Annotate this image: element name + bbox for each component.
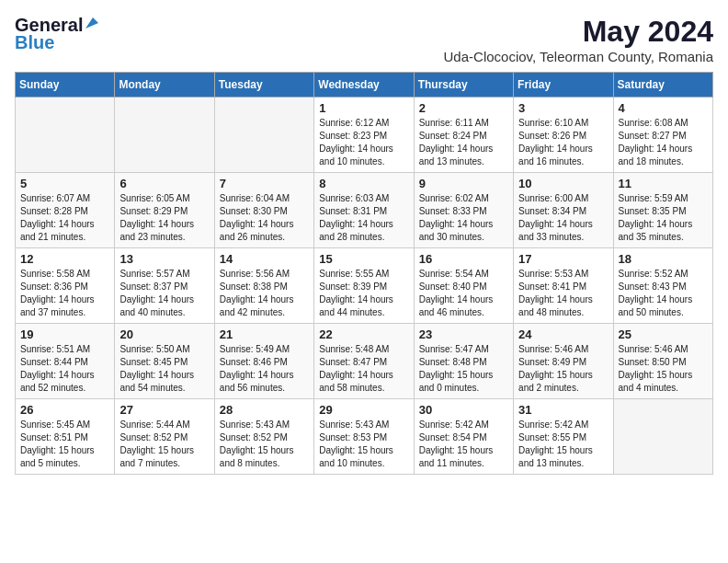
day-info: Sunrise: 5:44 AMSunset: 8:52 PMDaylight:…: [119, 419, 209, 470]
day-cell: 16Sunrise: 5:54 AMSunset: 8:40 PMDayligh…: [414, 248, 513, 324]
day-info: Sunrise: 5:51 AMSunset: 8:44 PMDaylight:…: [20, 343, 109, 395]
day-header-sunday: Sunday: [16, 73, 115, 98]
day-cell: 7Sunrise: 6:04 AMSunset: 8:30 PMDaylight…: [214, 173, 313, 248]
logo: General Blue: [15, 15, 100, 53]
day-cell: [613, 399, 712, 475]
day-cell: [115, 98, 214, 173]
day-cell: 18Sunrise: 5:52 AMSunset: 8:43 PMDayligh…: [613, 248, 712, 324]
day-header-friday: Friday: [514, 73, 613, 98]
day-info: Sunrise: 6:08 AMSunset: 8:27 PMDaylight:…: [619, 117, 708, 168]
day-info: Sunrise: 5:42 AMSunset: 8:54 PMDaylight:…: [419, 419, 508, 470]
day-info: Sunrise: 5:59 AMSunset: 8:35 PMDaylight:…: [619, 192, 708, 244]
day-number: 25: [619, 327, 708, 341]
week-row-5: 26Sunrise: 5:45 AMSunset: 8:51 PMDayligh…: [16, 399, 713, 475]
day-header-thursday: Thursday: [414, 73, 513, 98]
day-cell: [16, 98, 115, 173]
day-info: Sunrise: 5:45 AMSunset: 8:51 PMDaylight:…: [20, 419, 109, 470]
day-header-tuesday: Tuesday: [214, 73, 313, 98]
day-header-saturday: Saturday: [613, 73, 712, 98]
day-number: 1: [319, 101, 408, 115]
day-cell: 22Sunrise: 5:48 AMSunset: 8:47 PMDayligh…: [314, 324, 414, 399]
day-header-monday: Monday: [115, 73, 214, 98]
day-info: Sunrise: 5:55 AMSunset: 8:39 PMDaylight:…: [319, 268, 408, 319]
day-number: 11: [619, 177, 708, 190]
day-number: 13: [119, 252, 209, 266]
day-cell: 2Sunrise: 6:11 AMSunset: 8:24 PMDaylight…: [414, 98, 513, 173]
day-info: Sunrise: 5:43 AMSunset: 8:52 PMDaylight:…: [220, 419, 309, 470]
day-cell: 12Sunrise: 5:58 AMSunset: 8:36 PMDayligh…: [16, 248, 115, 324]
day-cell: 10Sunrise: 6:00 AMSunset: 8:34 PMDayligh…: [514, 173, 613, 248]
day-number: 21: [220, 327, 309, 341]
day-cell: 24Sunrise: 5:46 AMSunset: 8:49 PMDayligh…: [514, 324, 613, 399]
day-number: 30: [419, 403, 508, 417]
day-info: Sunrise: 5:49 AMSunset: 8:46 PMDaylight:…: [220, 343, 309, 395]
day-cell: 9Sunrise: 6:02 AMSunset: 8:33 PMDaylight…: [414, 173, 513, 248]
day-info: Sunrise: 5:47 AMSunset: 8:48 PMDaylight:…: [419, 343, 508, 395]
day-cell: 25Sunrise: 5:46 AMSunset: 8:50 PMDayligh…: [613, 324, 712, 399]
day-info: Sunrise: 5:53 AMSunset: 8:41 PMDaylight:…: [518, 268, 608, 319]
day-number: 31: [518, 403, 608, 417]
day-info: Sunrise: 6:12 AMSunset: 8:23 PMDaylight:…: [319, 117, 408, 168]
day-info: Sunrise: 6:03 AMSunset: 8:31 PMDaylight:…: [319, 192, 408, 244]
month-year: May 2024: [444, 15, 713, 49]
day-number: 27: [119, 403, 209, 417]
day-cell: 11Sunrise: 5:59 AMSunset: 8:35 PMDayligh…: [613, 173, 712, 248]
day-info: Sunrise: 5:46 AMSunset: 8:50 PMDaylight:…: [619, 343, 708, 395]
day-number: 3: [518, 101, 608, 115]
day-cell: 23Sunrise: 5:47 AMSunset: 8:48 PMDayligh…: [414, 324, 513, 399]
day-cell: 27Sunrise: 5:44 AMSunset: 8:52 PMDayligh…: [115, 399, 214, 475]
day-cell: 6Sunrise: 6:05 AMSunset: 8:29 PMDaylight…: [115, 173, 214, 248]
day-info: Sunrise: 5:50 AMSunset: 8:45 PMDaylight:…: [119, 343, 209, 395]
day-cell: 19Sunrise: 5:51 AMSunset: 8:44 PMDayligh…: [16, 324, 115, 399]
day-cell: 20Sunrise: 5:50 AMSunset: 8:45 PMDayligh…: [115, 324, 214, 399]
day-info: Sunrise: 6:00 AMSunset: 8:34 PMDaylight:…: [518, 192, 608, 244]
day-number: 8: [319, 177, 408, 190]
day-cell: 3Sunrise: 6:10 AMSunset: 8:26 PMDaylight…: [514, 98, 613, 173]
week-row-4: 19Sunrise: 5:51 AMSunset: 8:44 PMDayligh…: [16, 324, 713, 399]
location: Uda-Clocociov, Teleorman County, Romania: [444, 49, 713, 64]
week-row-3: 12Sunrise: 5:58 AMSunset: 8:36 PMDayligh…: [16, 248, 713, 324]
day-info: Sunrise: 5:54 AMSunset: 8:40 PMDaylight:…: [419, 268, 508, 319]
day-number: 6: [119, 177, 209, 190]
day-cell: 4Sunrise: 6:08 AMSunset: 8:27 PMDaylight…: [613, 98, 712, 173]
day-number: 9: [419, 177, 508, 190]
day-cell: 30Sunrise: 5:42 AMSunset: 8:54 PMDayligh…: [414, 399, 513, 475]
calendar-body: 1Sunrise: 6:12 AMSunset: 8:23 PMDaylight…: [16, 98, 713, 475]
day-number: 10: [518, 177, 608, 190]
day-cell: 8Sunrise: 6:03 AMSunset: 8:31 PMDaylight…: [314, 173, 414, 248]
day-number: 20: [119, 327, 209, 341]
day-number: 28: [220, 403, 309, 417]
day-number: 5: [20, 177, 109, 190]
day-number: 12: [20, 252, 109, 266]
day-info: Sunrise: 5:43 AMSunset: 8:53 PMDaylight:…: [319, 419, 408, 470]
day-info: Sunrise: 6:02 AMSunset: 8:33 PMDaylight:…: [419, 192, 508, 244]
day-number: 22: [319, 327, 408, 341]
week-row-2: 5Sunrise: 6:07 AMSunset: 8:28 PMDaylight…: [16, 173, 713, 248]
day-info: Sunrise: 6:11 AMSunset: 8:24 PMDaylight:…: [419, 117, 508, 168]
day-cell: [214, 98, 313, 173]
day-number: 29: [319, 403, 408, 417]
day-info: Sunrise: 5:48 AMSunset: 8:47 PMDaylight:…: [319, 343, 408, 395]
day-info: Sunrise: 6:05 AMSunset: 8:29 PMDaylight:…: [119, 192, 209, 244]
day-number: 26: [20, 403, 109, 417]
day-info: Sunrise: 5:57 AMSunset: 8:37 PMDaylight:…: [119, 268, 209, 319]
logo-blue: Blue: [15, 32, 54, 53]
day-header-wednesday: Wednesday: [314, 73, 414, 98]
day-number: 24: [518, 327, 608, 341]
calendar-table: SundayMondayTuesdayWednesdayThursdayFrid…: [15, 72, 713, 475]
day-number: 2: [419, 101, 508, 115]
day-number: 7: [220, 177, 309, 190]
svg-marker-0: [85, 17, 98, 29]
day-cell: 28Sunrise: 5:43 AMSunset: 8:52 PMDayligh…: [214, 399, 313, 475]
day-cell: 21Sunrise: 5:49 AMSunset: 8:46 PMDayligh…: [214, 324, 313, 399]
day-cell: 17Sunrise: 5:53 AMSunset: 8:41 PMDayligh…: [514, 248, 613, 324]
title-block: May 2024 Uda-Clocociov, Teleorman County…: [444, 15, 713, 64]
day-info: Sunrise: 6:07 AMSunset: 8:28 PMDaylight:…: [20, 192, 109, 244]
calendar-header-row: SundayMondayTuesdayWednesdayThursdayFrid…: [16, 73, 713, 98]
day-info: Sunrise: 6:04 AMSunset: 8:30 PMDaylight:…: [220, 192, 309, 244]
day-info: Sunrise: 5:52 AMSunset: 8:43 PMDaylight:…: [619, 268, 708, 319]
day-number: 4: [619, 101, 708, 115]
day-info: Sunrise: 5:58 AMSunset: 8:36 PMDaylight:…: [20, 268, 109, 319]
day-number: 16: [419, 252, 508, 266]
day-cell: 14Sunrise: 5:56 AMSunset: 8:38 PMDayligh…: [214, 248, 313, 324]
